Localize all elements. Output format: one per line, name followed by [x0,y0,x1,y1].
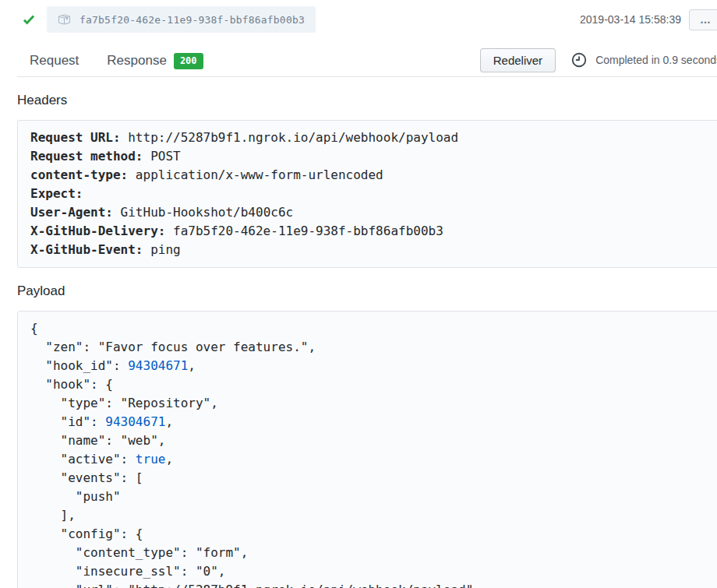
header-line: Request URL: http://5287b9f1.ngrok.io/ap… [30,129,708,147]
delivery-actions: Redeliver Completed in 0.9 seconds [480,48,717,74]
payload-line: "content_type": "form", [30,544,708,562]
webhook-delivery-panel: fa7b5f20-462e-11e9-938f-bbf86afb00b3 201… [17,6,717,588]
payload-line: "zen": "Favor focus over features.", [30,338,708,357]
headers-code-block: Request URL: http://5287b9f1.ngrok.io/ap… [17,120,717,268]
tabs-row: Request Response 200 Redeliver Completed… [17,45,717,77]
payload-heading: Payload [17,283,717,299]
payload-line: "type": "Repository", [30,394,708,413]
clock-icon [571,52,587,68]
payload-line: "url": "http://5287b9f1.ngrok.io/api/web… [30,581,708,588]
delivery-meta: 2019-03-14 15:58:39 … [580,9,717,30]
tab-response-label: Response [107,53,167,69]
delivery-timestamp: 2019-03-14 15:58:39 [580,13,681,26]
header-line: X-GitHub-Delivery: fa7b5f20-462e-11e9-93… [30,222,708,241]
payload-code-block: { "zen": "Favor focus over features.", "… [17,311,717,588]
header-line: Request method: POST [30,147,708,166]
payload-line: { [30,319,708,338]
redeliver-button[interactable]: Redeliver [480,48,556,72]
header-line: User-Agent: GitHub-Hookshot/b400c6c [30,203,708,222]
payload-line: "config": { [30,525,708,544]
more-options-button[interactable]: … [689,9,717,30]
payload-line: ], [30,506,708,525]
response-status-badge: 200 [174,53,203,69]
payload-line: "insecure_ssl": "0", [30,562,708,581]
success-check-icon [22,12,36,26]
package-icon [58,13,70,26]
payload-line: "hook_id": 94304671, [30,357,708,375]
completed-duration-text: Completed in 0.9 seconds [595,54,717,66]
tab-request[interactable]: Request [17,53,91,69]
payload-line: "name": "web", [30,431,708,450]
header-line: X-GitHub-Event: ping [30,241,708,259]
payload-line: "events": [ [30,469,708,488]
payload-line: "id": 94304671, [30,413,708,431]
payload-line: "push" [30,488,708,506]
delivery-row: fa7b5f20-462e-11e9-938f-bbf86afb00b3 201… [17,6,717,33]
header-line: content-type: application/x-www-form-url… [30,166,708,185]
tab-response[interactable]: Response 200 [94,53,215,69]
payload-line: "hook": { [30,375,708,394]
payload-line: "active": true, [30,450,708,469]
delivery-guid-badge[interactable]: fa7b5f20-462e-11e9-938f-bbf86afb00b3 [47,6,316,33]
headers-heading: Headers [17,93,717,108]
delivery-guid: fa7b5f20-462e-11e9-938f-bbf86afb00b3 [79,14,305,26]
header-line: Expect: [30,185,708,203]
